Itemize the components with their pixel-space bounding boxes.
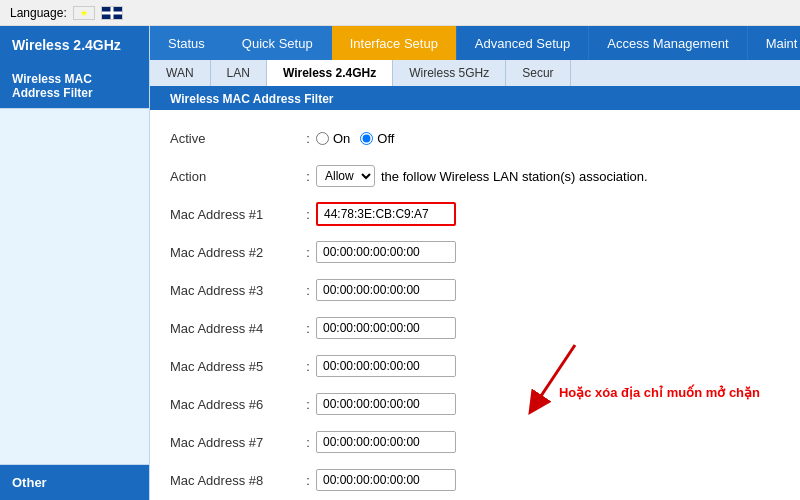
mac-input-6[interactable]	[316, 393, 456, 415]
mac-colon-5: :	[300, 359, 316, 374]
active-off-text: Off	[377, 131, 394, 146]
tab-interface-setup[interactable]: Interface Setup	[332, 26, 457, 60]
tab-access-management[interactable]: Access Management	[589, 26, 747, 60]
main-container: Wireless 2.4GHz Wireless MAC Address Fil…	[0, 26, 800, 500]
active-on-label[interactable]: On	[316, 131, 350, 146]
action-row: Action : Allow Deny the follow Wireless …	[170, 162, 780, 190]
active-on-text: On	[333, 131, 350, 146]
annotation: Hoặc xóa địa chỉ muốn mở chặn	[559, 330, 720, 400]
mac-colon-7: :	[300, 435, 316, 450]
tab-quick-setup[interactable]: Quick Setup	[224, 26, 332, 60]
mac-address-row-8: Mac Address #8 :	[170, 466, 780, 494]
mac-label-6: Mac Address #6	[170, 397, 300, 412]
mac-address-row-2: Mac Address #2 :	[170, 238, 780, 266]
mac-address-row-7: Mac Address #7 :	[170, 428, 780, 456]
active-radio-group: On Off	[316, 131, 394, 146]
sidebar-bottom: Other	[0, 464, 149, 500]
active-colon: :	[300, 131, 316, 146]
section-heading: Wireless MAC Address Filter	[150, 88, 800, 110]
action-label: Action	[170, 169, 300, 184]
mac-address-row-1: Mac Address #1 :	[170, 200, 780, 228]
language-bar: Language:	[0, 0, 800, 26]
mac-input-7[interactable]	[316, 431, 456, 453]
mac-input-8[interactable]	[316, 469, 456, 491]
sub-nav: WAN LAN Wireless 2.4GHz Wireless 5GHz Se…	[150, 60, 800, 88]
arrow-icon	[520, 340, 580, 420]
main-area: Status Quick Setup Interface Setup Advan…	[150, 26, 800, 500]
mac-label-2: Mac Address #2	[170, 245, 300, 260]
mac-colon-4: :	[300, 321, 316, 336]
mac-address-row-3: Mac Address #3 :	[170, 276, 780, 304]
sidebar-title: Wireless 2.4GHz	[0, 26, 149, 64]
mac-label-5: Mac Address #5	[170, 359, 300, 374]
mac-label-4: Mac Address #4	[170, 321, 300, 336]
mac-input-4[interactable]	[316, 317, 456, 339]
action-suffix: the follow Wireless LAN station(s) assoc…	[381, 169, 648, 184]
sidebar-other[interactable]: Other	[0, 465, 149, 500]
top-nav: Status Quick Setup Interface Setup Advan…	[150, 26, 800, 60]
action-colon: :	[300, 169, 316, 184]
mac-label-8: Mac Address #8	[170, 473, 300, 488]
mac-colon-6: :	[300, 397, 316, 412]
content-area: Wireless MAC Address Filter Active : On …	[150, 88, 800, 500]
language-label: Language:	[10, 6, 67, 20]
sub-tab-lan[interactable]: LAN	[211, 60, 267, 86]
sub-tab-wireless-24[interactable]: Wireless 2.4GHz	[267, 60, 393, 86]
active-label: Active	[170, 131, 300, 146]
tab-maint[interactable]: Maint	[748, 26, 800, 60]
sub-tab-secur[interactable]: Secur	[506, 60, 570, 86]
mac-input-2[interactable]	[316, 241, 456, 263]
mac-input-3[interactable]	[316, 279, 456, 301]
mac-colon-8: :	[300, 473, 316, 488]
mac-input-1[interactable]	[316, 202, 456, 226]
tab-advanced-setup[interactable]: Advanced Setup	[457, 26, 589, 60]
mac-input-5[interactable]	[316, 355, 456, 377]
sub-tab-wan[interactable]: WAN	[150, 60, 211, 86]
active-row: Active : On Off	[170, 124, 780, 152]
annotation-text: Hoặc xóa địa chỉ muốn mở chặn	[559, 385, 760, 400]
mac-colon-3: :	[300, 283, 316, 298]
active-off-label[interactable]: Off	[360, 131, 394, 146]
mac-label-1: Mac Address #1	[170, 207, 300, 222]
sidebar-item-mac-filter[interactable]: Wireless MAC Address Filter	[0, 64, 149, 109]
mac-label-3: Mac Address #3	[170, 283, 300, 298]
action-control: Allow Deny the follow Wireless LAN stati…	[316, 165, 648, 187]
sidebar: Wireless 2.4GHz Wireless MAC Address Fil…	[0, 26, 150, 500]
flag-uk[interactable]	[101, 6, 123, 20]
mac-colon-1: :	[300, 207, 316, 222]
flag-vietnam[interactable]	[73, 6, 95, 20]
action-select[interactable]: Allow Deny	[316, 165, 375, 187]
mac-label-7: Mac Address #7	[170, 435, 300, 450]
mac-colon-2: :	[300, 245, 316, 260]
sub-tab-wireless-5[interactable]: Wireless 5GHz	[393, 60, 506, 86]
tab-status[interactable]: Status	[150, 26, 224, 60]
active-off-radio[interactable]	[360, 132, 373, 145]
active-on-radio[interactable]	[316, 132, 329, 145]
